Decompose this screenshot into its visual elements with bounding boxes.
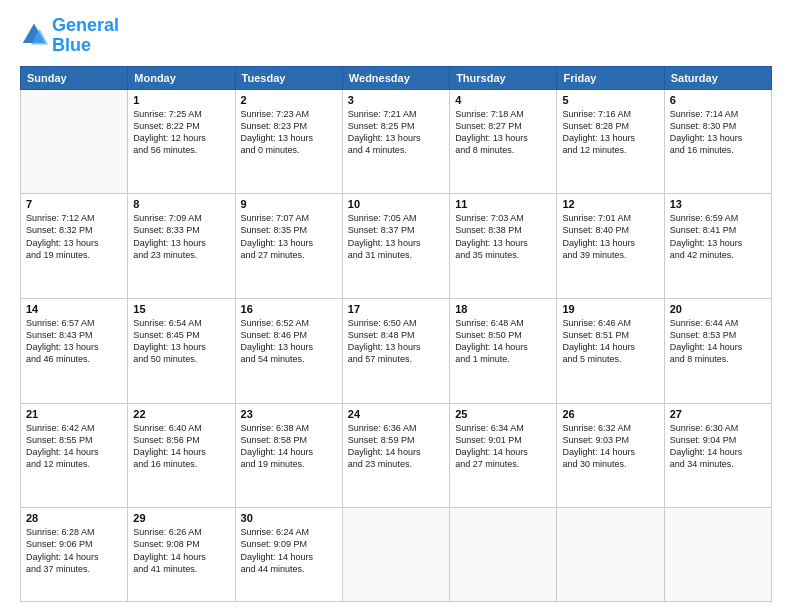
- weekday-header-row: SundayMondayTuesdayWednesdayThursdayFrid…: [21, 66, 772, 89]
- day-number: 23: [241, 408, 337, 420]
- calendar-cell: 22Sunrise: 6:40 AM Sunset: 8:56 PM Dayli…: [128, 403, 235, 508]
- header: General Blue: [20, 16, 772, 56]
- calendar-cell: [342, 508, 449, 602]
- day-detail: Sunrise: 6:34 AM Sunset: 9:01 PM Dayligh…: [455, 422, 551, 471]
- calendar-cell: 27Sunrise: 6:30 AM Sunset: 9:04 PM Dayli…: [664, 403, 771, 508]
- calendar-cell: [557, 508, 664, 602]
- calendar-cell: 12Sunrise: 7:01 AM Sunset: 8:40 PM Dayli…: [557, 194, 664, 299]
- calendar-cell: 7Sunrise: 7:12 AM Sunset: 8:32 PM Daylig…: [21, 194, 128, 299]
- day-detail: Sunrise: 6:30 AM Sunset: 9:04 PM Dayligh…: [670, 422, 766, 471]
- day-number: 14: [26, 303, 122, 315]
- weekday-header-tuesday: Tuesday: [235, 66, 342, 89]
- day-number: 3: [348, 94, 444, 106]
- calendar-cell: 29Sunrise: 6:26 AM Sunset: 9:08 PM Dayli…: [128, 508, 235, 602]
- calendar-cell: 10Sunrise: 7:05 AM Sunset: 8:37 PM Dayli…: [342, 194, 449, 299]
- logo-text: General Blue: [52, 16, 119, 56]
- day-number: 30: [241, 512, 337, 524]
- calendar-week-5: 28Sunrise: 6:28 AM Sunset: 9:06 PM Dayli…: [21, 508, 772, 602]
- day-detail: Sunrise: 7:03 AM Sunset: 8:38 PM Dayligh…: [455, 212, 551, 261]
- day-number: 8: [133, 198, 229, 210]
- calendar-cell: 4Sunrise: 7:18 AM Sunset: 8:27 PM Daylig…: [450, 89, 557, 194]
- day-detail: Sunrise: 7:18 AM Sunset: 8:27 PM Dayligh…: [455, 108, 551, 157]
- day-detail: Sunrise: 7:01 AM Sunset: 8:40 PM Dayligh…: [562, 212, 658, 261]
- logo: General Blue: [20, 16, 119, 56]
- day-detail: Sunrise: 6:59 AM Sunset: 8:41 PM Dayligh…: [670, 212, 766, 261]
- day-detail: Sunrise: 7:12 AM Sunset: 8:32 PM Dayligh…: [26, 212, 122, 261]
- calendar-cell: 3Sunrise: 7:21 AM Sunset: 8:25 PM Daylig…: [342, 89, 449, 194]
- day-detail: Sunrise: 6:24 AM Sunset: 9:09 PM Dayligh…: [241, 526, 337, 575]
- day-detail: Sunrise: 7:25 AM Sunset: 8:22 PM Dayligh…: [133, 108, 229, 157]
- day-detail: Sunrise: 6:48 AM Sunset: 8:50 PM Dayligh…: [455, 317, 551, 366]
- day-number: 27: [670, 408, 766, 420]
- day-number: 22: [133, 408, 229, 420]
- calendar-cell: 8Sunrise: 7:09 AM Sunset: 8:33 PM Daylig…: [128, 194, 235, 299]
- day-detail: Sunrise: 7:23 AM Sunset: 8:23 PM Dayligh…: [241, 108, 337, 157]
- day-number: 20: [670, 303, 766, 315]
- calendar-week-1: 1Sunrise: 7:25 AM Sunset: 8:22 PM Daylig…: [21, 89, 772, 194]
- calendar-cell: 9Sunrise: 7:07 AM Sunset: 8:35 PM Daylig…: [235, 194, 342, 299]
- calendar-cell: [664, 508, 771, 602]
- calendar-cell: 19Sunrise: 6:46 AM Sunset: 8:51 PM Dayli…: [557, 298, 664, 403]
- day-detail: Sunrise: 7:21 AM Sunset: 8:25 PM Dayligh…: [348, 108, 444, 157]
- calendar-cell: [450, 508, 557, 602]
- calendar-cell: 6Sunrise: 7:14 AM Sunset: 8:30 PM Daylig…: [664, 89, 771, 194]
- calendar-cell: 15Sunrise: 6:54 AM Sunset: 8:45 PM Dayli…: [128, 298, 235, 403]
- day-detail: Sunrise: 6:46 AM Sunset: 8:51 PM Dayligh…: [562, 317, 658, 366]
- weekday-header-saturday: Saturday: [664, 66, 771, 89]
- day-detail: Sunrise: 7:05 AM Sunset: 8:37 PM Dayligh…: [348, 212, 444, 261]
- day-detail: Sunrise: 6:38 AM Sunset: 8:58 PM Dayligh…: [241, 422, 337, 471]
- calendar-cell: 13Sunrise: 6:59 AM Sunset: 8:41 PM Dayli…: [664, 194, 771, 299]
- day-detail: Sunrise: 7:16 AM Sunset: 8:28 PM Dayligh…: [562, 108, 658, 157]
- day-number: 16: [241, 303, 337, 315]
- day-number: 29: [133, 512, 229, 524]
- day-number: 28: [26, 512, 122, 524]
- day-number: 19: [562, 303, 658, 315]
- day-detail: Sunrise: 6:44 AM Sunset: 8:53 PM Dayligh…: [670, 317, 766, 366]
- day-detail: Sunrise: 6:36 AM Sunset: 8:59 PM Dayligh…: [348, 422, 444, 471]
- day-number: 7: [26, 198, 122, 210]
- calendar-cell: 14Sunrise: 6:57 AM Sunset: 8:43 PM Dayli…: [21, 298, 128, 403]
- calendar-cell: 17Sunrise: 6:50 AM Sunset: 8:48 PM Dayli…: [342, 298, 449, 403]
- day-detail: Sunrise: 7:14 AM Sunset: 8:30 PM Dayligh…: [670, 108, 766, 157]
- day-detail: Sunrise: 7:09 AM Sunset: 8:33 PM Dayligh…: [133, 212, 229, 261]
- calendar-cell: 26Sunrise: 6:32 AM Sunset: 9:03 PM Dayli…: [557, 403, 664, 508]
- calendar-cell: 21Sunrise: 6:42 AM Sunset: 8:55 PM Dayli…: [21, 403, 128, 508]
- day-number: 9: [241, 198, 337, 210]
- day-detail: Sunrise: 6:26 AM Sunset: 9:08 PM Dayligh…: [133, 526, 229, 575]
- day-number: 11: [455, 198, 551, 210]
- day-number: 10: [348, 198, 444, 210]
- calendar-cell: 1Sunrise: 7:25 AM Sunset: 8:22 PM Daylig…: [128, 89, 235, 194]
- calendar-cell: 25Sunrise: 6:34 AM Sunset: 9:01 PM Dayli…: [450, 403, 557, 508]
- calendar-cell: 24Sunrise: 6:36 AM Sunset: 8:59 PM Dayli…: [342, 403, 449, 508]
- day-number: 12: [562, 198, 658, 210]
- calendar-week-3: 14Sunrise: 6:57 AM Sunset: 8:43 PM Dayli…: [21, 298, 772, 403]
- calendar-cell: [21, 89, 128, 194]
- calendar-cell: 16Sunrise: 6:52 AM Sunset: 8:46 PM Dayli…: [235, 298, 342, 403]
- calendar-cell: 18Sunrise: 6:48 AM Sunset: 8:50 PM Dayli…: [450, 298, 557, 403]
- weekday-header-wednesday: Wednesday: [342, 66, 449, 89]
- day-detail: Sunrise: 6:32 AM Sunset: 9:03 PM Dayligh…: [562, 422, 658, 471]
- calendar-week-4: 21Sunrise: 6:42 AM Sunset: 8:55 PM Dayli…: [21, 403, 772, 508]
- day-number: 15: [133, 303, 229, 315]
- page: General Blue SundayMondayTuesdayWednesda…: [0, 0, 792, 612]
- calendar-cell: 2Sunrise: 7:23 AM Sunset: 8:23 PM Daylig…: [235, 89, 342, 194]
- calendar-cell: 23Sunrise: 6:38 AM Sunset: 8:58 PM Dayli…: [235, 403, 342, 508]
- day-detail: Sunrise: 6:57 AM Sunset: 8:43 PM Dayligh…: [26, 317, 122, 366]
- day-number: 24: [348, 408, 444, 420]
- calendar-cell: 5Sunrise: 7:16 AM Sunset: 8:28 PM Daylig…: [557, 89, 664, 194]
- calendar-cell: 28Sunrise: 6:28 AM Sunset: 9:06 PM Dayli…: [21, 508, 128, 602]
- calendar-week-2: 7Sunrise: 7:12 AM Sunset: 8:32 PM Daylig…: [21, 194, 772, 299]
- day-detail: Sunrise: 6:54 AM Sunset: 8:45 PM Dayligh…: [133, 317, 229, 366]
- day-number: 18: [455, 303, 551, 315]
- day-number: 5: [562, 94, 658, 106]
- weekday-header-monday: Monday: [128, 66, 235, 89]
- calendar-cell: 20Sunrise: 6:44 AM Sunset: 8:53 PM Dayli…: [664, 298, 771, 403]
- weekday-header-sunday: Sunday: [21, 66, 128, 89]
- day-detail: Sunrise: 6:40 AM Sunset: 8:56 PM Dayligh…: [133, 422, 229, 471]
- day-number: 4: [455, 94, 551, 106]
- day-number: 26: [562, 408, 658, 420]
- day-detail: Sunrise: 6:52 AM Sunset: 8:46 PM Dayligh…: [241, 317, 337, 366]
- logo-icon: [20, 22, 48, 50]
- day-number: 21: [26, 408, 122, 420]
- day-detail: Sunrise: 6:50 AM Sunset: 8:48 PM Dayligh…: [348, 317, 444, 366]
